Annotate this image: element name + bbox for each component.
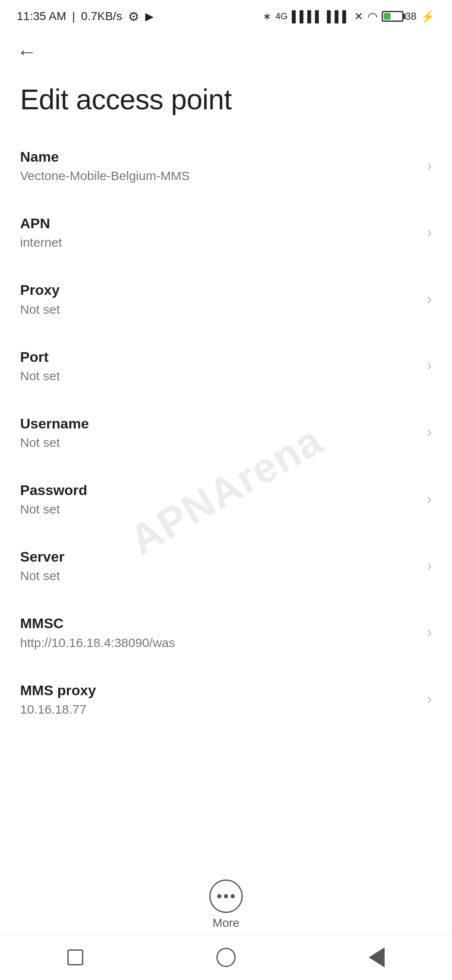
settings-icon: ⚙ xyxy=(128,9,139,24)
settings-item-mms-proxy-value: 10.16.18.77 xyxy=(20,701,417,717)
nav-home-icon xyxy=(216,948,236,967)
settings-item-proxy-content: Proxy Not set xyxy=(20,281,417,317)
nav-bar xyxy=(0,934,452,980)
network-speed: 0.7KB/s xyxy=(81,10,122,23)
status-right: ∗ 4G ▌▌▌▌ ▌▌▌ ✕ ◠ 38 ⚡ xyxy=(263,10,435,23)
settings-item-proxy[interactable]: Proxy Not set › xyxy=(0,266,452,332)
settings-item-apn-content: APN internet xyxy=(20,214,417,250)
settings-item-apn[interactable]: APN internet › xyxy=(0,199,452,266)
settings-item-name-value: Vectone-Mobile-Belgium-MMS xyxy=(20,168,417,184)
chevron-icon-name: › xyxy=(427,157,432,175)
settings-item-proxy-value: Not set xyxy=(20,301,417,317)
settings-item-mmsc[interactable]: MMSC http://10.16.18.4:38090/was › xyxy=(0,599,452,665)
settings-item-server-content: Server Not set xyxy=(20,547,417,584)
settings-item-mmsc-value: http://10.16.18.4:38090/was xyxy=(20,634,417,651)
signal-bars2-icon: ▌▌▌ xyxy=(327,10,350,23)
settings-item-mmsc-label: MMSC xyxy=(20,614,417,632)
signal-x-icon: ✕ xyxy=(354,10,363,23)
settings-item-port[interactable]: Port Not set › xyxy=(0,333,452,399)
settings-item-apn-label: APN xyxy=(20,214,417,232)
chevron-icon-proxy: › xyxy=(427,290,432,308)
back-button[interactable]: ← xyxy=(17,42,435,62)
chevron-icon-username: › xyxy=(427,423,432,441)
status-left: 11:35 AM | 0.7KB/s ⚙ ▶ xyxy=(17,9,154,24)
settings-item-username-content: Username Not set xyxy=(20,414,417,451)
settings-item-name-content: Name Vectone-Mobile-Belgium-MMS xyxy=(20,147,417,184)
settings-item-password-value: Not set xyxy=(20,501,417,517)
settings-item-username[interactable]: Username Not set › xyxy=(0,399,452,466)
nav-back-icon xyxy=(369,947,385,967)
bluetooth-icon: ∗ xyxy=(263,10,271,22)
wifi-icon: ◠ xyxy=(367,10,378,23)
top-bar: ← xyxy=(0,29,452,70)
signal-bars-icon: ▌▌▌▌ xyxy=(292,10,323,23)
chevron-icon-server: › xyxy=(427,557,432,575)
settings-item-server-label: Server xyxy=(20,547,417,566)
chevron-icon-mmsc: › xyxy=(427,624,432,641)
settings-item-password-content: Password Not set xyxy=(20,481,417,517)
more-label: More xyxy=(213,916,239,930)
separator: | xyxy=(72,10,75,23)
settings-item-username-label: Username xyxy=(20,414,417,433)
more-dot-3 xyxy=(231,894,235,898)
settings-item-port-value: Not set xyxy=(20,368,417,384)
settings-item-password[interactable]: Password Not set › xyxy=(0,466,452,532)
nav-back-button[interactable] xyxy=(356,943,398,972)
charging-icon: ⚡ xyxy=(421,10,435,23)
settings-item-mms-proxy-content: MMS proxy 10.16.18.77 xyxy=(20,681,417,717)
nav-recents-icon xyxy=(67,949,83,965)
chevron-icon-password: › xyxy=(427,490,432,508)
more-button[interactable]: More xyxy=(209,879,243,930)
settings-item-mmsc-content: MMSC http://10.16.18.4:38090/was xyxy=(20,614,417,650)
settings-list: Name Vectone-Mobile-Belgium-MMS › APN in… xyxy=(0,132,452,799)
battery-box xyxy=(382,11,403,22)
back-arrow-icon: ← xyxy=(17,42,37,62)
chevron-icon-port: › xyxy=(427,357,432,374)
settings-item-server[interactable]: Server Not set › xyxy=(0,532,452,599)
settings-item-name[interactable]: Name Vectone-Mobile-Belgium-MMS › xyxy=(0,132,452,199)
battery-indicator: 38 xyxy=(382,10,416,22)
more-circle-icon xyxy=(209,879,243,913)
more-dot-2 xyxy=(224,894,228,898)
video-icon: ▶ xyxy=(145,10,154,23)
settings-item-name-label: Name xyxy=(20,147,417,166)
page-title: Edit access point xyxy=(0,70,452,132)
signal-4g-icon: 4G xyxy=(275,11,288,22)
chevron-icon-mms-proxy: › xyxy=(427,690,432,708)
settings-item-mms-proxy-label: MMS proxy xyxy=(20,681,417,699)
battery-percent: 38 xyxy=(405,10,416,22)
time-text: 11:35 AM xyxy=(17,10,66,23)
settings-item-port-content: Port Not set xyxy=(20,348,417,384)
settings-item-port-label: Port xyxy=(20,348,417,366)
more-dots-icon xyxy=(217,894,235,898)
settings-item-mms-proxy[interactable]: MMS proxy 10.16.18.77 › xyxy=(0,666,452,732)
battery-fill xyxy=(384,13,390,20)
more-dot-1 xyxy=(217,894,221,898)
nav-home-button[interactable] xyxy=(205,943,247,972)
settings-item-server-value: Not set xyxy=(20,567,417,584)
settings-item-proxy-label: Proxy xyxy=(20,281,417,299)
settings-item-apn-value: internet xyxy=(20,234,417,250)
status-bar: 11:35 AM | 0.7KB/s ⚙ ▶ ∗ 4G ▌▌▌▌ ▌▌▌ ✕ ◠… xyxy=(0,0,452,29)
settings-item-password-label: Password xyxy=(20,481,417,499)
nav-recents-button[interactable] xyxy=(54,943,96,972)
settings-item-username-value: Not set xyxy=(20,434,417,451)
chevron-icon-apn: › xyxy=(427,224,432,241)
